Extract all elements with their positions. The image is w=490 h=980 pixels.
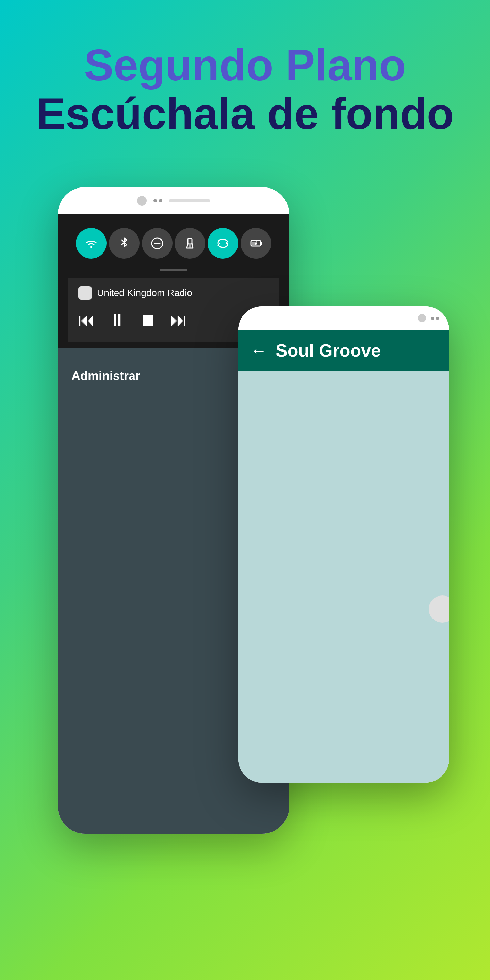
pause-button[interactable]: ⏸ [109,310,126,330]
bluetooth-toggle[interactable] [109,228,140,259]
phone1-dot2 [159,199,162,202]
phone1-camera [137,196,147,205]
wifi-toggle[interactable] [76,228,107,259]
dnd-toggle[interactable] [142,228,172,259]
battery-toggle[interactable] [240,228,271,259]
media-app-icon [78,286,92,300]
administrar-label[interactable]: Administrar [72,369,140,383]
media-app-name: United Kingdom Radio [97,288,192,298]
quick-toggles [68,221,279,269]
app-title: Soul Groove [275,340,381,361]
page-background: Segundo Plano Escúchala de fondo [0,0,490,980]
app-content [238,371,449,783]
media-app-row: United Kingdom Radio [78,286,269,300]
phone1-notch [58,187,289,215]
app-header: ← Soul Groove [238,330,449,371]
phone2-notch [238,306,449,330]
title-line2: Escúchala de fondo [0,89,490,138]
sync-toggle[interactable] [208,228,238,259]
phone1-dot1 [153,199,157,202]
header-section: Segundo Plano Escúchala de fondo [0,0,490,165]
divider [160,269,187,271]
phone2-dot1 [431,317,434,320]
phone2-dot2 [436,317,439,320]
svg-rect-2 [188,239,192,244]
title-line1: Segundo Plano [0,41,490,89]
stop-button[interactable]: ⏹ [140,310,156,330]
next-button[interactable]: ⏭ [170,310,187,330]
phones-container: United Kingdom Radio ⏮ ⏸ ⏹ ⏭ Administrar… [41,187,449,936]
svg-point-0 [90,246,92,248]
phone1-speaker [169,199,210,202]
phone-2: ← Soul Groove [238,306,449,783]
prev-button[interactable]: ⏮ [78,310,95,330]
phone2-camera [418,314,426,322]
back-button[interactable]: ← [250,340,267,360]
floating-action-button[interactable] [429,595,449,623]
phone2-dots [431,317,439,320]
flashlight-toggle[interactable] [175,228,205,259]
phone1-dots [153,199,162,202]
